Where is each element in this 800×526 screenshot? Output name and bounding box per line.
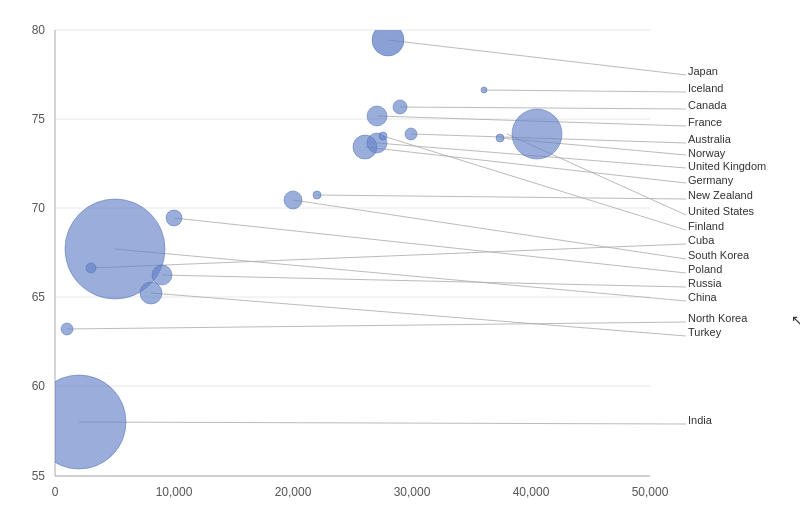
- bubble-canada: [393, 100, 407, 114]
- label-newzealand: New Zealand: [688, 189, 753, 201]
- bubble-newzealand: [313, 191, 321, 199]
- bubble-finland: [379, 132, 387, 140]
- x-tick-20000: 20,000: [275, 485, 312, 499]
- label-uk: United Kingdom: [688, 160, 766, 172]
- x-tick-30000: 30,000: [394, 485, 431, 499]
- label-finland: Finland: [688, 220, 724, 232]
- x-tick-40000: 40,000: [513, 485, 550, 499]
- label-poland: Poland: [688, 263, 722, 275]
- bubble-southkorea: [284, 191, 302, 209]
- label-southkorea: South Korea: [688, 249, 750, 261]
- bubble-australia: [405, 128, 417, 140]
- y-tick-55: 55: [32, 469, 46, 483]
- label-norway: Norway: [688, 147, 726, 159]
- label-us: United States: [688, 205, 755, 217]
- x-tick-50000: 50,000: [632, 485, 669, 499]
- main-chart: 80 75 70 65 60 55 0 10,000 20,000 30,000…: [0, 0, 800, 526]
- y-tick-65: 65: [32, 290, 46, 304]
- label-japan: Japan: [688, 65, 718, 77]
- bubble-france: [367, 106, 387, 126]
- label-iceland: Iceland: [688, 82, 723, 94]
- bubble-cuba: [86, 263, 96, 273]
- label-russia: Russia: [688, 277, 723, 289]
- label-india: India: [688, 414, 713, 426]
- bubble-poland: [166, 210, 182, 226]
- y-tick-75: 75: [32, 112, 46, 126]
- y-tick-80: 80: [32, 23, 46, 37]
- bubble-northkorea: [61, 323, 73, 335]
- label-canada: Canada: [688, 99, 727, 111]
- label-australia: Australia: [688, 133, 732, 145]
- label-germany: Germany: [688, 174, 734, 186]
- y-tick-60: 60: [32, 379, 46, 393]
- bubble-norway: [496, 134, 504, 142]
- cursor-icon: ↖: [791, 312, 800, 328]
- y-tick-70: 70: [32, 201, 46, 215]
- bubble-us: [512, 109, 562, 159]
- bubble-turkey: [140, 282, 162, 304]
- label-cuba: Cuba: [688, 234, 715, 246]
- label-china: China: [688, 291, 718, 303]
- label-northkorea: North Korea: [688, 312, 748, 324]
- bubble-russia: [152, 265, 172, 285]
- chart-container: 80 75 70 65 60 55 0 10,000 20,000 30,000…: [0, 0, 800, 526]
- label-turkey: Turkey: [688, 326, 722, 338]
- x-tick-0: 0: [52, 485, 59, 499]
- x-tick-10000: 10,000: [156, 485, 193, 499]
- bubble-iceland: [481, 87, 487, 93]
- label-france: France: [688, 116, 722, 128]
